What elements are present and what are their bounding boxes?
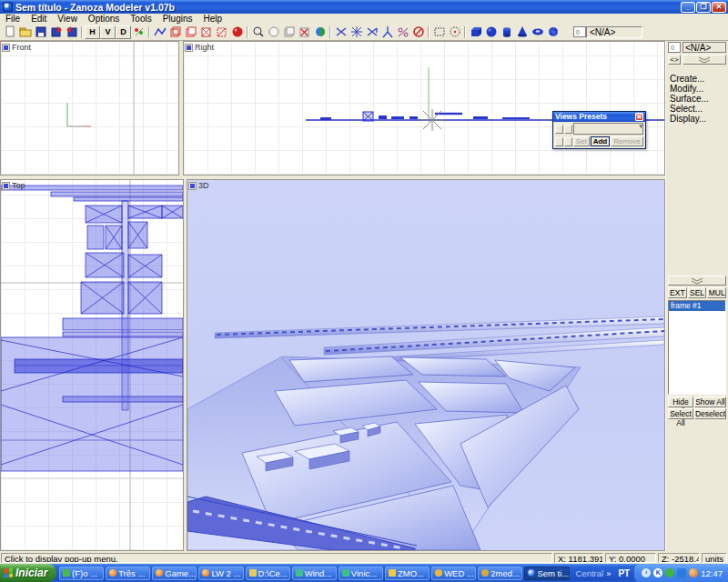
show-all-button[interactable]: Show All <box>694 396 726 407</box>
frame-list-item[interactable]: frame #1 <box>669 301 725 311</box>
taskbar-task[interactable]: (F)o ... <box>59 567 104 580</box>
dialog-title-bar[interactable]: Views Presets ✕ <box>553 112 645 122</box>
menu-options[interactable]: Options <box>83 14 125 24</box>
axes-tool-button[interactable] <box>379 25 395 39</box>
start-button[interactable]: Iniciar <box>0 564 56 582</box>
cube-mode-button[interactable] <box>281 25 297 39</box>
viewport-top[interactable]: Top <box>0 179 184 551</box>
render-button[interactable] <box>229 25 245 39</box>
prim-cone-button[interactable] <box>514 25 530 39</box>
toggle-h-button[interactable]: H <box>85 25 100 39</box>
taskbar-task[interactable]: WED ... <box>431 567 476 580</box>
import-button[interactable] <box>48 25 64 39</box>
preset-combo[interactable] <box>573 123 643 135</box>
side-animation-combo[interactable]: <N/A> <box>682 42 726 53</box>
frame-spinner[interactable]: 0 <box>573 26 586 37</box>
select-link[interactable]: Select... <box>668 104 726 114</box>
mul-mode-button[interactable]: MUL <box>707 287 726 298</box>
prim-box-button[interactable] <box>468 25 483 39</box>
sphere-mode-button[interactable] <box>266 25 281 39</box>
vertex-colors-button[interactable] <box>131 25 147 39</box>
taskbar-task[interactable]: D:\Ce... <box>246 567 290 580</box>
taskbar-task[interactable]: LW 2 ... <box>198 567 243 580</box>
viewport-menu-icon[interactable] <box>2 182 10 190</box>
viewport-menu-icon[interactable] <box>2 44 10 52</box>
forbid-tool-button[interactable] <box>410 25 426 39</box>
material-button[interactable] <box>312 25 328 39</box>
deskband[interactable]: Central » <box>572 568 615 578</box>
preset-slot-button[interactable] <box>564 125 572 134</box>
percent-tool-button[interactable] <box>395 25 410 39</box>
prim-geosphere-button[interactable] <box>545 25 561 39</box>
polyline-button[interactable] <box>152 25 167 39</box>
star-tool-button[interactable] <box>349 25 364 39</box>
viewport-menu-icon[interactable] <box>188 182 197 190</box>
deselect-button[interactable]: Deselect <box>694 408 726 419</box>
prim-cylinder-button[interactable] <box>499 25 514 39</box>
scale-tool-button[interactable] <box>333 25 349 39</box>
zoom-button[interactable] <box>250 25 266 39</box>
k-app-tray-icon[interactable]: K <box>653 568 662 577</box>
rect-select-button[interactable] <box>431 25 447 39</box>
create-link[interactable]: Create... <box>668 74 726 84</box>
viewport-menu-icon[interactable] <box>185 44 193 52</box>
add-button[interactable]: Add <box>591 136 611 146</box>
taskbar-task[interactable]: Três ... <box>106 567 150 580</box>
taskbar-task[interactable]: Game... <box>152 567 197 580</box>
ext-mode-button[interactable]: EXT <box>668 287 687 298</box>
taskbar-task-active[interactable]: Sem ti... <box>524 567 569 580</box>
display-link[interactable]: Display... <box>668 114 726 124</box>
textured-box-button[interactable] <box>198 25 214 39</box>
menu-view[interactable]: View <box>52 14 83 24</box>
save-file-button[interactable] <box>33 25 48 39</box>
open-file-button[interactable] <box>17 25 33 39</box>
prim-sphere-button[interactable] <box>483 25 499 39</box>
mirror-tool-button[interactable] <box>364 25 379 39</box>
expander-button[interactable]: <> <box>668 55 681 65</box>
delete-mode-button[interactable] <box>297 25 312 39</box>
preset-slot-button[interactable] <box>555 137 563 146</box>
preset-slot-button[interactable] <box>555 125 563 134</box>
taskbar-task[interactable]: Vinic... <box>339 567 383 580</box>
maximize-button[interactable]: ❐ <box>696 2 711 13</box>
menu-help[interactable]: Help <box>198 14 228 24</box>
menu-tools[interactable]: Tools <box>125 14 157 24</box>
menu-plugins[interactable]: Plugins <box>157 14 198 24</box>
wire-box-button[interactable] <box>167 25 183 39</box>
collapse-top-button[interactable] <box>682 55 726 65</box>
viewport-front[interactable]: Front <box>0 41 179 176</box>
clock[interactable]: 12:47 <box>701 568 723 578</box>
frame-list[interactable]: frame #1 <box>668 300 726 395</box>
export-button[interactable] <box>64 25 79 39</box>
side-frame-spinner[interactable]: 0 <box>668 42 681 53</box>
circle-select-button[interactable] <box>447 25 462 39</box>
update-tray-icon[interactable] <box>689 568 698 577</box>
user-tray-icon[interactable] <box>665 568 674 577</box>
deskband-chevron[interactable]: » <box>606 568 611 578</box>
close-button[interactable]: ✕ <box>712 2 726 13</box>
bound-box-button[interactable] <box>214 25 229 39</box>
language-indicator[interactable]: PT <box>614 568 633 578</box>
menu-edit[interactable]: Edit <box>25 14 52 24</box>
modify-link[interactable]: Modify... <box>668 84 726 94</box>
animation-combo[interactable]: <N/A> <box>586 26 642 38</box>
new-file-button[interactable] <box>2 25 17 39</box>
dialog-close-button[interactable]: ✕ <box>635 113 643 121</box>
network-tray-icon[interactable] <box>677 568 686 577</box>
viewport-3d[interactable]: 3D <box>187 179 665 551</box>
viewport-right[interactable]: Right <box>183 41 665 176</box>
toggle-d-button[interactable]: D <box>116 25 131 39</box>
preset-slot-button[interactable] <box>564 137 572 146</box>
sel-mode-button[interactable]: SEL <box>688 287 707 298</box>
prim-torus-button[interactable] <box>530 25 545 39</box>
select-all-button[interactable]: Select All <box>668 408 693 419</box>
surface-link[interactable]: Surface... <box>668 94 726 104</box>
toggle-v-button[interactable]: V <box>100 25 116 39</box>
taskbar-task[interactable]: Wind... <box>292 567 337 580</box>
hide-all-button[interactable]: Hide All <box>668 396 693 407</box>
menu-file[interactable]: File <box>0 14 25 24</box>
hide-icons-chevron[interactable]: ‹ <box>642 568 651 577</box>
solid-box-button[interactable] <box>183 25 198 39</box>
taskbar-task[interactable]: 2med... <box>478 567 522 580</box>
collapse-list-button[interactable] <box>668 276 726 286</box>
